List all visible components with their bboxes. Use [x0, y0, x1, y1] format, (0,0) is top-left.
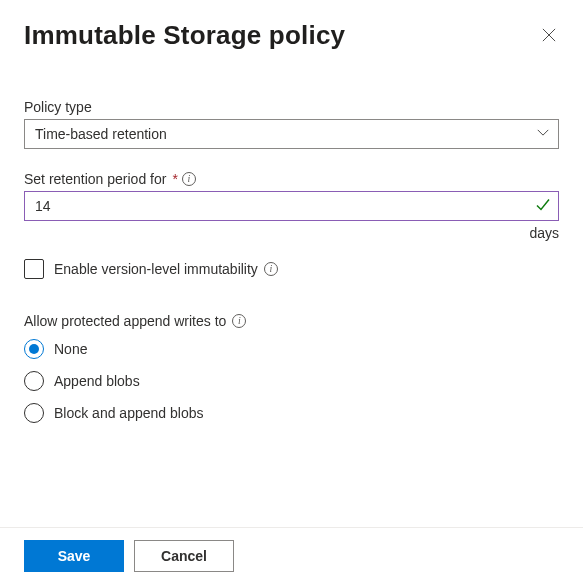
policy-type-label: Policy type: [24, 99, 559, 115]
version-immutability-label: Enable version-level immutability i: [54, 261, 278, 277]
immutable-storage-policy-panel: Immutable Storage policy Policy type Tim…: [0, 0, 583, 586]
append-writes-label-text: Allow protected append writes to: [24, 313, 226, 329]
version-immutability-checkbox[interactable]: [24, 259, 44, 279]
radio-label: None: [54, 341, 87, 357]
retention-input[interactable]: [24, 191, 559, 221]
policy-type-select[interactable]: Time-based retention: [24, 119, 559, 149]
cancel-button[interactable]: Cancel: [134, 540, 234, 572]
version-immutability-row: Enable version-level immutability i: [24, 259, 559, 279]
info-icon[interactable]: i: [264, 262, 278, 276]
close-icon: [542, 28, 556, 45]
radio-option-none[interactable]: None: [24, 339, 559, 359]
policy-type-label-text: Policy type: [24, 99, 92, 115]
policy-type-value: Time-based retention: [35, 126, 167, 142]
version-immutability-label-text: Enable version-level immutability: [54, 261, 258, 277]
required-indicator: *: [172, 171, 177, 187]
panel-title: Immutable Storage policy: [24, 20, 345, 51]
save-button[interactable]: Save: [24, 540, 124, 572]
retention-label: Set retention period for * i: [24, 171, 559, 187]
radio-dot-icon: [29, 344, 39, 354]
radio-option-block-append[interactable]: Block and append blobs: [24, 403, 559, 423]
retention-label-text: Set retention period for: [24, 171, 166, 187]
info-icon[interactable]: i: [182, 172, 196, 186]
retention-input-wrap: [24, 191, 559, 221]
append-writes-label: Allow protected append writes to i: [24, 313, 559, 329]
info-icon[interactable]: i: [232, 314, 246, 328]
radio-button: [24, 403, 44, 423]
panel-header: Immutable Storage policy: [24, 20, 559, 51]
chevron-down-icon: [536, 126, 550, 143]
close-button[interactable]: [539, 26, 559, 46]
radio-button: [24, 371, 44, 391]
checkmark-icon: [535, 197, 551, 216]
panel-footer: Save Cancel: [0, 527, 583, 586]
radio-label: Block and append blobs: [54, 405, 203, 421]
radio-button: [24, 339, 44, 359]
retention-unit: days: [24, 225, 559, 241]
radio-option-append[interactable]: Append blobs: [24, 371, 559, 391]
radio-label: Append blobs: [54, 373, 140, 389]
